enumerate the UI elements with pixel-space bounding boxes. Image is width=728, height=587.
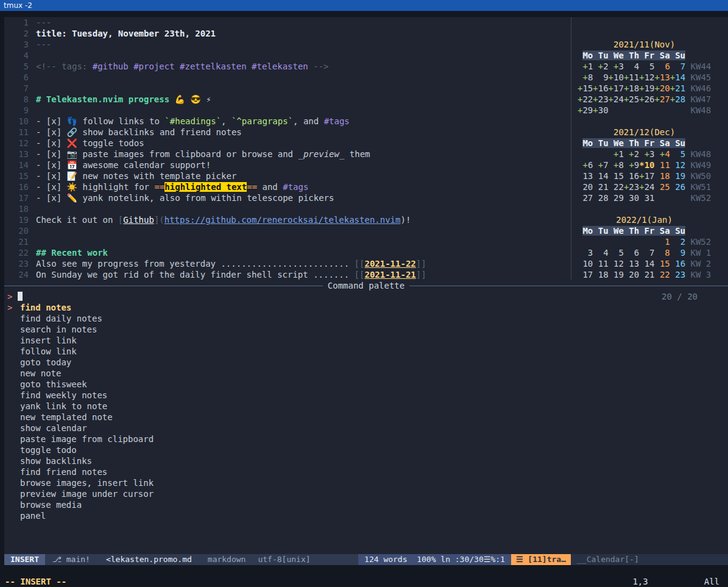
calendar-day[interactable]: 20 xyxy=(578,181,593,192)
command-line[interactable]: :lua require('telekasten').panel() xyxy=(4,565,728,576)
calendar-day[interactable]: 17 xyxy=(578,269,593,280)
calendar-day[interactable]: +1 xyxy=(578,61,593,72)
calendar-day[interactable]: 13 xyxy=(578,170,593,181)
calendar-day[interactable]: 8 xyxy=(654,247,670,258)
calendar-day[interactable]: 14 xyxy=(639,258,654,269)
calendar-day[interactable]: +16 xyxy=(593,83,608,94)
calendar-day[interactable]: 19 xyxy=(609,269,624,280)
calendar-day[interactable]: 3 xyxy=(578,247,593,258)
palette-item[interactable]: browse images, insert link xyxy=(4,477,728,488)
calendar-day[interactable]: +14 xyxy=(670,72,685,83)
calendar-day[interactable]: +23 xyxy=(593,94,608,105)
calendar-day[interactable]: 30 xyxy=(624,192,639,203)
calendar-day[interactable]: 20 xyxy=(624,269,639,280)
calendar-day[interactable]: 18 xyxy=(593,269,608,280)
calendar-day[interactable]: 21 xyxy=(639,269,654,280)
palette-item[interactable]: toggle todo xyxy=(4,445,728,455)
calendar-day[interactable]: +20 xyxy=(654,83,670,94)
calendar-day[interactable]: 12 xyxy=(609,258,624,269)
calendar-day[interactable]: +24 xyxy=(639,181,654,192)
palette-item[interactable]: show backlinks xyxy=(4,455,728,466)
calendar-day[interactable]: *10 xyxy=(639,160,654,170)
calendar-day[interactable]: 26 xyxy=(670,181,685,192)
palette-item[interactable]: paste image from clipboard xyxy=(4,434,728,445)
calendar-day[interactable]: 9 xyxy=(670,247,685,258)
calendar-day[interactable]: +2 xyxy=(624,149,639,160)
calendar-day[interactable]: +17 xyxy=(639,170,654,181)
palette-item[interactable]: goto today xyxy=(4,357,728,368)
calendar-day[interactable]: +18 xyxy=(624,83,639,94)
calendar-day[interactable]: 5 xyxy=(639,61,654,72)
editor[interactable]: 1---2title: Tuesday, November 23th, 2021… xyxy=(4,17,571,280)
palette-prompt[interactable]: > 20 / 20 xyxy=(4,291,728,302)
calendar-day[interactable]: +3 xyxy=(639,149,654,160)
calendar-day[interactable]: +26 xyxy=(639,94,654,105)
palette-item[interactable]: search in notes xyxy=(4,324,728,335)
calendar-day[interactable]: 4 xyxy=(624,61,639,72)
calendar-day[interactable]: +19 xyxy=(639,83,654,94)
calendar-day[interactable]: 15 xyxy=(609,170,624,181)
calendar-day[interactable]: 16 xyxy=(670,258,685,269)
calendar-day[interactable]: +2 xyxy=(593,61,608,72)
palette-item[interactable]: insert link xyxy=(4,335,728,346)
calendar-day[interactable]: 18 xyxy=(654,170,670,181)
calendar-day[interactable]: 22 xyxy=(654,269,670,280)
calendar-day[interactable]: +24 xyxy=(609,94,624,105)
palette-item[interactable]: panel xyxy=(4,510,728,521)
palette-item[interactable]: new note xyxy=(4,368,728,379)
calendar-day[interactable]: 13 xyxy=(624,258,639,269)
calendar-day[interactable]: +29 xyxy=(578,105,593,116)
calendar-day[interactable]: 6 xyxy=(624,247,639,258)
calendar-day[interactable]: 10 xyxy=(578,258,593,269)
calendar-day[interactable]: 19 xyxy=(670,170,685,181)
calendar-day[interactable]: 28 xyxy=(593,192,608,203)
calendar-day[interactable]: +11 xyxy=(624,72,639,83)
calendar-day[interactable]: 7 xyxy=(670,61,685,72)
palette-item[interactable]: follow link xyxy=(4,346,728,357)
calendar-day[interactable]: 9 xyxy=(593,72,608,83)
calendar-day[interactable]: 15 xyxy=(654,258,670,269)
calendar-day[interactable]: 1 xyxy=(654,236,670,247)
calendar-day[interactable]: +21 xyxy=(670,83,685,94)
calendar-day[interactable]: 7 xyxy=(639,247,654,258)
palette-item[interactable]: find weekly notes xyxy=(4,390,728,401)
calendar-day[interactable]: +28 xyxy=(670,94,685,105)
calendar-day[interactable]: 12 xyxy=(670,160,685,170)
calendar-day[interactable]: 5 xyxy=(609,247,624,258)
calendar-day[interactable]: 6 xyxy=(655,61,670,72)
palette-item[interactable]: >find notes xyxy=(4,302,728,313)
calendar-day[interactable]: 22 xyxy=(609,181,624,192)
calendar-day[interactable]: 27 xyxy=(578,192,593,203)
calendar-day[interactable]: 11 xyxy=(655,160,670,170)
calendar-day[interactable]: 2 xyxy=(670,236,685,247)
calendar-day[interactable]: +7 xyxy=(593,160,608,170)
palette-item[interactable]: goto thisweek xyxy=(4,379,728,390)
calendar-day[interactable]: +13 xyxy=(655,72,670,83)
calendar-day[interactable]: 29 xyxy=(609,192,624,203)
calendar-day[interactable]: 14 xyxy=(593,170,608,181)
calendar-day[interactable]: +22 xyxy=(578,94,593,105)
calendar-day[interactable]: +12 xyxy=(639,72,654,83)
palette-item[interactable]: find friend notes xyxy=(4,466,728,477)
calendar-day[interactable]: 23 xyxy=(670,269,685,280)
calendar-day[interactable]: 11 xyxy=(593,258,608,269)
calendar-day[interactable]: +25 xyxy=(624,94,639,105)
calendar-day[interactable]: +9 xyxy=(624,160,639,170)
calendar-day[interactable]: +17 xyxy=(609,83,624,94)
calendar-day[interactable]: 21 xyxy=(593,181,608,192)
palette-item[interactable]: yank link to note xyxy=(4,401,728,412)
calendar-day[interactable]: +6 xyxy=(578,160,593,170)
calendar-day[interactable]: 31 xyxy=(639,192,654,203)
calendar-day[interactable]: 5 xyxy=(670,149,685,160)
calendar-day[interactable]: 4 xyxy=(593,247,608,258)
calendar-day[interactable]: +10 xyxy=(609,72,624,83)
calendar-day[interactable]: +23 xyxy=(624,181,639,192)
calendar-day[interactable]: 25 xyxy=(654,181,670,192)
calendar-day[interactable]: +8 xyxy=(609,160,624,170)
calendar-day[interactable]: +27 xyxy=(654,94,670,105)
calendar-day[interactable]: +4 xyxy=(655,149,670,160)
calendar-day[interactable]: +8 xyxy=(578,72,593,83)
calendar-day[interactable]: +30 xyxy=(593,105,608,116)
calendar-day[interactable]: +3 xyxy=(609,61,624,72)
calendar-day[interactable]: 16 xyxy=(624,170,639,181)
